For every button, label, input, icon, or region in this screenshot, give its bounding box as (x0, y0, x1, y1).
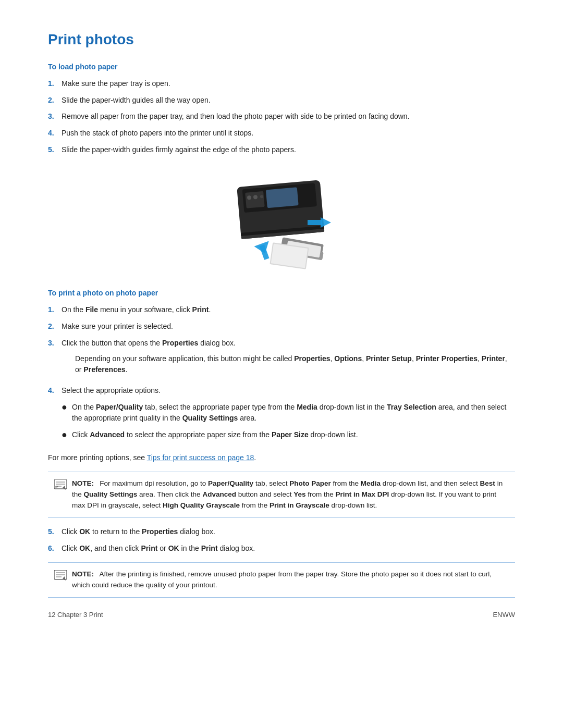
note1-text: NOTE: For maximum dpi resolution, go to … (72, 478, 509, 511)
note-symbol-icon-2 (54, 570, 67, 582)
note-icon: ✏ (53, 478, 68, 493)
sub-bullet-list: ● On the Paper/Quality tab, select the a… (62, 402, 515, 441)
step-text: Make sure the paper tray is open. (62, 78, 515, 90)
note-box-1: ✏ NOTE: For maximum dpi resolution, go t… (48, 472, 515, 518)
footer-right: ENWW (493, 611, 515, 619)
list-item: 5. Click OK to return to the Properties … (48, 526, 515, 538)
note-symbol-icon: ✏ (54, 479, 67, 491)
list-item: 3. Remove all paper from the paper tray,… (48, 111, 515, 122)
step-text: Click OK to return to the Properties dia… (62, 526, 515, 538)
svg-rect-3 (245, 191, 264, 208)
section2-steps: 1. On the File menu in your software, cl… (48, 304, 515, 446)
note-label-2: NOTE: (72, 570, 94, 578)
list-item: 2. Make sure your printer is selected. (48, 321, 515, 332)
step-number: 1. (48, 304, 62, 315)
section1-heading: To load photo paper (48, 63, 515, 71)
for-more-text: For more printing options, see Tips for … (48, 452, 515, 464)
tips-link[interactable]: Tips for print success on page 18 (147, 453, 254, 462)
printer-svg (219, 168, 344, 272)
step-text: Click the button that opens the Properti… (62, 338, 515, 380)
bullet-dot: ● (62, 429, 72, 441)
footer-left: 12 Chapter 3 Print (48, 611, 103, 619)
bullet-text: Click Advanced to select the appropriate… (72, 429, 358, 441)
step-number: 1. (48, 78, 62, 89)
step-number: 5. (48, 526, 62, 537)
list-item: 5. Slide the paper-width guides firmly a… (48, 144, 515, 156)
step-text: Make sure your printer is selected. (62, 321, 515, 332)
list-item: ● On the Paper/Quality tab, select the a… (62, 402, 515, 424)
note2-text: NOTE: After the printing is finished, re… (72, 569, 509, 591)
step-text: Push the stack of photo papers into the … (62, 128, 515, 139)
section-print-photo-paper: To print a photo on photo paper 1. On th… (48, 289, 515, 598)
indent-text: Depending on your software application, … (75, 353, 515, 376)
step-text: Slide the paper-width guides firmly agai… (62, 144, 515, 156)
step-number: 4. (48, 385, 62, 396)
list-item: 3. Click the button that opens the Prope… (48, 338, 515, 380)
bullet-dot: ● (62, 402, 72, 413)
page-container: Print photos To load photo paper 1. Make… (0, 0, 563, 637)
list-item: 2. Slide the paper-width guides all the … (48, 95, 515, 106)
step-number: 2. (48, 321, 62, 332)
step-number: 6. (48, 543, 62, 554)
bullet-text: On the Paper/Quality tab, select the app… (72, 402, 515, 424)
note-box-2: NOTE: After the printing is finished, re… (48, 562, 515, 598)
step-number: 4. (48, 128, 62, 139)
svg-rect-15 (260, 245, 270, 261)
list-item: 1. On the File menu in your software, cl… (48, 304, 515, 316)
page-title: Print photos (48, 31, 515, 48)
step-text: Remove all paper from the paper tray, an… (62, 111, 515, 122)
printer-image (219, 168, 344, 272)
section1-steps: 1. Make sure the paper tray is open. 2. … (48, 78, 515, 155)
list-item: 1. Make sure the paper tray is open. (48, 78, 515, 90)
printer-image-container (48, 168, 515, 272)
step-number: 5. (48, 144, 62, 155)
section-load-photo-paper: To load photo paper 1. Make sure the pap… (48, 63, 515, 272)
note-icon-2 (53, 569, 68, 584)
list-item: ● Click Advanced to select the appropria… (62, 429, 515, 441)
section2-heading: To print a photo on photo paper (48, 289, 515, 297)
step-text: Slide the paper-width guides all the way… (62, 95, 515, 106)
step-number: 2. (48, 95, 62, 106)
page-footer: 12 Chapter 3 Print ENWW (48, 611, 515, 619)
svg-rect-13 (308, 220, 322, 225)
section2-steps-after-note: 5. Click OK to return to the Properties … (48, 526, 515, 554)
step-number: 3. (48, 338, 62, 349)
list-item: 4. Push the stack of photo papers into t… (48, 128, 515, 139)
step-text: On the File menu in your software, click… (62, 304, 515, 316)
step-text: Select the appropriate options. ● On the… (62, 385, 515, 446)
note-label: NOTE: (72, 479, 94, 487)
step-text: Click OK, and then click Print or OK in … (62, 543, 515, 554)
svg-rect-2 (266, 188, 299, 208)
list-item: 6. Click OK, and then click Print or OK … (48, 543, 515, 554)
step-number: 3. (48, 111, 62, 122)
list-item: 4. Select the appropriate options. ● On … (48, 385, 515, 446)
svg-text:✏: ✏ (55, 485, 59, 489)
